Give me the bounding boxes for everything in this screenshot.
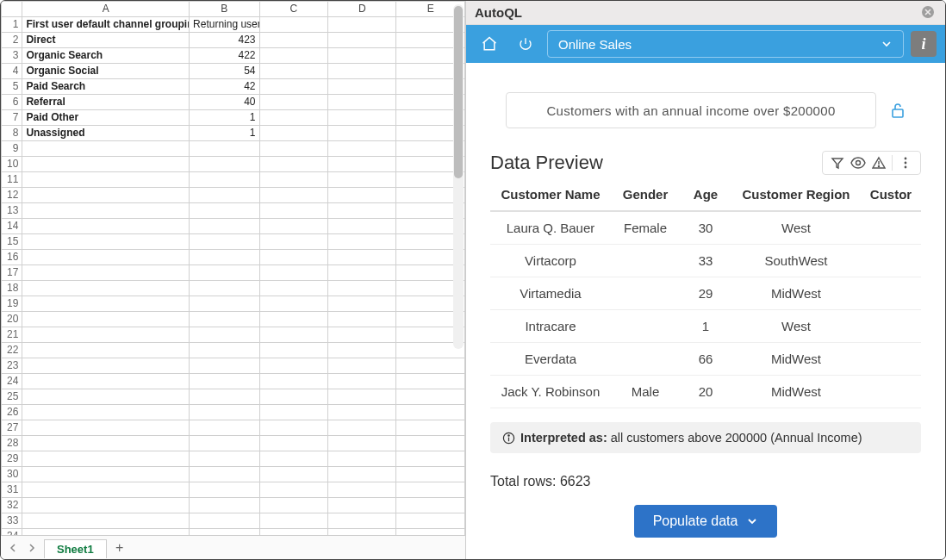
row-33[interactable]: 33 [2, 513, 465, 529]
col-header-B[interactable]: B [190, 2, 260, 17]
cell-C5[interactable] [259, 79, 327, 95]
cell-A21[interactable] [22, 327, 190, 343]
cell-B13[interactable] [190, 203, 260, 219]
cell-D2[interactable] [328, 33, 396, 48]
query-input[interactable]: Customers with an annual income over $20… [506, 92, 876, 128]
row-header-12[interactable]: 12 [2, 188, 22, 203]
cell-D29[interactable] [328, 451, 396, 467]
row-header-11[interactable]: 11 [2, 172, 22, 188]
cell-B1[interactable]: Returning users [190, 17, 260, 33]
cell-D28[interactable] [328, 436, 396, 451]
row-8[interactable]: 8 Unassigned 1 [2, 126, 465, 141]
cell-B8[interactable]: 1 [190, 126, 260, 141]
close-icon[interactable] [921, 5, 937, 21]
add-sheet-button[interactable]: + [112, 540, 128, 556]
cell-A18[interactable] [22, 281, 190, 296]
cell-A31[interactable] [22, 482, 190, 498]
cell-C4[interactable] [259, 64, 327, 79]
cell-B32[interactable] [190, 498, 260, 513]
cell-A34[interactable] [22, 529, 190, 536]
cell-D6[interactable] [328, 95, 396, 110]
cell-A4[interactable]: Organic Social [22, 64, 190, 79]
row-header-29[interactable]: 29 [2, 451, 22, 467]
row-header-15[interactable]: 15 [2, 234, 22, 250]
cell-D9[interactable] [328, 141, 396, 157]
cell-A1[interactable]: First user default channel grouping [22, 17, 190, 33]
tab-next-button[interactable] [25, 541, 39, 555]
cell-A15[interactable] [22, 234, 190, 250]
cell-B5[interactable]: 42 [190, 79, 260, 95]
row-header-14[interactable]: 14 [2, 219, 22, 234]
col-header-C[interactable]: C [259, 2, 327, 17]
cell-B20[interactable] [190, 312, 260, 327]
cell-D18[interactable] [328, 281, 396, 296]
cell-C20[interactable] [259, 312, 327, 327]
cell-D32[interactable] [328, 498, 396, 513]
preview-row-0[interactable]: Laura Q. Bauer Female 30 West [490, 211, 921, 245]
row-header-10[interactable]: 10 [2, 157, 22, 172]
cell-B11[interactable] [190, 172, 260, 188]
col-header-A[interactable]: A [22, 2, 190, 17]
row-header-19[interactable]: 19 [2, 296, 22, 312]
vertical-scrollbar[interactable] [453, 4, 464, 349]
cell-C30[interactable] [259, 467, 327, 482]
cell-B12[interactable] [190, 188, 260, 203]
cell-A17[interactable] [22, 265, 190, 281]
cell-A5[interactable]: Paid Search [22, 79, 190, 95]
row-4[interactable]: 4 Organic Social 54 [2, 64, 465, 79]
cell-E23[interactable] [396, 358, 465, 374]
cell-A10[interactable] [22, 157, 190, 172]
row-19[interactable]: 19 [2, 296, 465, 312]
cell-A19[interactable] [22, 296, 190, 312]
row-11[interactable]: 11 [2, 172, 465, 188]
cell-A30[interactable] [22, 467, 190, 482]
cell-B3[interactable]: 422 [190, 48, 260, 64]
cell-B34[interactable] [190, 529, 260, 536]
cell-B10[interactable] [190, 157, 260, 172]
cell-D11[interactable] [328, 172, 396, 188]
cell-E25[interactable] [396, 389, 465, 405]
populate-data-button[interactable]: Populate data [634, 505, 778, 538]
row-16[interactable]: 16 [2, 250, 465, 265]
cell-B27[interactable] [190, 420, 260, 436]
cell-E30[interactable] [396, 467, 465, 482]
preview-row-3[interactable]: Intracare 1 West [490, 310, 921, 343]
preview-col-2[interactable]: Age [680, 180, 731, 211]
row-header-32[interactable]: 32 [2, 498, 22, 513]
row-header-26[interactable]: 26 [2, 405, 22, 420]
cell-C14[interactable] [259, 219, 327, 234]
row-15[interactable]: 15 [2, 234, 465, 250]
row-header-9[interactable]: 9 [2, 141, 22, 157]
cell-C34[interactable] [259, 529, 327, 536]
preview-row-2[interactable]: Virtamedia 29 MidWest [490, 277, 921, 310]
row-header-20[interactable]: 20 [2, 312, 22, 327]
cell-B18[interactable] [190, 281, 260, 296]
cell-C15[interactable] [259, 234, 327, 250]
row-32[interactable]: 32 [2, 498, 465, 513]
cell-A11[interactable] [22, 172, 190, 188]
row-24[interactable]: 24 [2, 374, 465, 389]
cell-C23[interactable] [259, 358, 327, 374]
sheet-tab-active[interactable]: Sheet1 [44, 539, 107, 558]
cell-B17[interactable] [190, 265, 260, 281]
preview-col-4[interactable]: Custor [861, 180, 921, 211]
cell-C24[interactable] [259, 374, 327, 389]
cell-A6[interactable]: Referral [22, 95, 190, 110]
row-header-18[interactable]: 18 [2, 281, 22, 296]
cell-A20[interactable] [22, 312, 190, 327]
row-header-1[interactable]: 1 [2, 17, 22, 33]
cell-B24[interactable] [190, 374, 260, 389]
cell-E29[interactable] [396, 451, 465, 467]
scrollbar-thumb[interactable] [454, 6, 463, 178]
cell-C32[interactable] [259, 498, 327, 513]
cell-B30[interactable] [190, 467, 260, 482]
cell-B22[interactable] [190, 343, 260, 358]
cell-A23[interactable] [22, 358, 190, 374]
row-header-5[interactable]: 5 [2, 79, 22, 95]
preview-col-1[interactable]: Gender [611, 180, 680, 211]
row-22[interactable]: 22 [2, 343, 465, 358]
cell-B15[interactable] [190, 234, 260, 250]
cell-D7[interactable] [328, 110, 396, 126]
row-header-16[interactable]: 16 [2, 250, 22, 265]
row-header-6[interactable]: 6 [2, 95, 22, 110]
